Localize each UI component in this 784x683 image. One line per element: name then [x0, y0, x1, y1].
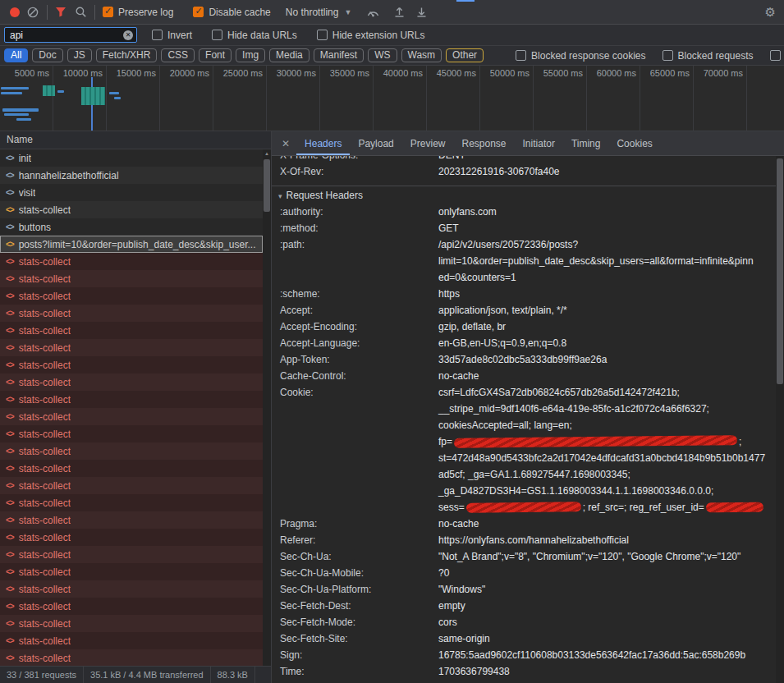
filter-chip-js[interactable]: JS	[67, 48, 92, 62]
request-row[interactable]: <>stats-collect	[0, 305, 263, 322]
tab-payload[interactable]: Payload	[350, 131, 401, 155]
request-row[interactable]: <>hannahelizabethofficial	[0, 167, 263, 184]
header-value: DENY	[438, 156, 776, 163]
request-row[interactable]: <>stats-collect	[0, 598, 263, 615]
request-row[interactable]: <>stats-collect	[0, 253, 263, 270]
request-row[interactable]: <>posts?limit=10&order=publish_date_desc…	[0, 236, 263, 253]
filter-chip-all[interactable]: All	[4, 48, 28, 62]
filter-checkbox-blocked-requests[interactable]: Blocked requests	[663, 50, 754, 62]
request-row[interactable]: <>stats-collect	[0, 270, 263, 287]
checkbox[interactable]	[663, 50, 673, 61]
preserve-log-toggle[interactable]: Preserve log	[103, 7, 173, 18]
request-row[interactable]: <>buttons	[0, 218, 263, 236]
hide-extension-urls-checkbox[interactable]	[317, 30, 328, 40]
request-name: stats-collect	[19, 566, 71, 578]
redaction-scribble	[706, 502, 763, 513]
disable-cache-toggle[interactable]: Disable cache	[193, 7, 270, 18]
disable-cache-checkbox[interactable]	[193, 7, 204, 17]
request-name: stats-collect	[19, 256, 71, 268]
checkbox[interactable]	[770, 50, 781, 61]
name-column-header[interactable]: Name	[0, 131, 271, 149]
request-row[interactable]: <>stats-collect	[0, 632, 263, 649]
request-row[interactable]: <>stats-collect	[0, 287, 263, 305]
invert-toggle[interactable]: Invert	[152, 30, 192, 41]
filter-checkbox-blocked-response-cookies[interactable]: Blocked response cookies	[516, 50, 645, 62]
tab-preview[interactable]: Preview	[402, 131, 454, 155]
request-headers-section-header[interactable]: ▾Request Headers	[272, 186, 776, 204]
request-row[interactable]: <>stats-collect	[0, 201, 263, 218]
request-row[interactable]: <>stats-collect	[0, 460, 263, 477]
request-row[interactable]: <>stats-collect	[0, 580, 263, 598]
filter-chip-doc[interactable]: Doc	[32, 48, 62, 62]
preserve-log-checkbox[interactable]	[103, 7, 113, 17]
request-row[interactable]: <>stats-collect	[0, 477, 263, 494]
import-har-button[interactable]	[393, 6, 406, 18]
request-name: stats-collect	[19, 411, 71, 423]
checkbox[interactable]	[516, 50, 526, 61]
hide-data-urls-toggle[interactable]: Hide data URLs	[212, 30, 297, 41]
filter-chip-manifest[interactable]: Manifest	[314, 48, 364, 62]
filter-chip-other[interactable]: Other	[446, 48, 484, 62]
close-details-button[interactable]: ✕	[280, 138, 296, 149]
filter-input[interactable]	[10, 30, 123, 41]
filter-chip-css[interactable]: CSS	[161, 48, 195, 62]
timeline-label: 55000 ms	[534, 66, 587, 131]
header-name: Sec-Ch-Ua-Mobile:	[272, 565, 438, 581]
filter-chip-media[interactable]: Media	[269, 48, 309, 62]
request-list-scrollbar[interactable]: ▲	[263, 149, 271, 666]
request-row[interactable]: <>stats-collect	[0, 511, 263, 529]
request-row[interactable]: <>stats-collect	[0, 563, 263, 580]
scroll-up-arrow-icon[interactable]: ▲	[263, 149, 271, 158]
request-row[interactable]: <>stats-collect	[0, 374, 263, 391]
filter-chip-font[interactable]: Font	[199, 48, 232, 62]
record-button[interactable]	[10, 7, 20, 17]
scrollbar-thumb[interactable]	[264, 159, 270, 212]
request-row[interactable]: <>init	[0, 149, 263, 167]
filter-checkbox-3rd-party-requests[interactable]: 3rd-party requests	[770, 50, 784, 62]
request-row[interactable]: <>visit	[0, 184, 263, 201]
checkbox-label: Blocked requests	[678, 50, 754, 62]
header-value-line: no-cache	[438, 516, 776, 532]
filter-chip-img[interactable]: Img	[236, 48, 265, 62]
hide-extension-urls-toggle[interactable]: Hide extension URLs	[317, 30, 425, 41]
search-button[interactable]	[75, 6, 87, 18]
clear-button[interactable]	[26, 6, 39, 19]
filter-chip-fetch-xhr[interactable]: Fetch/XHR	[96, 48, 158, 62]
filter-chip-wasm[interactable]: Wasm	[401, 48, 442, 62]
tab-timing[interactable]: Timing	[563, 131, 609, 155]
filter-input-box[interactable]: ✕	[4, 27, 137, 43]
request-row[interactable]: <>stats-collect	[0, 408, 263, 425]
request-row[interactable]: <>stats-collect	[0, 391, 263, 408]
request-row[interactable]: <>stats-collect	[0, 322, 263, 339]
details-scrollbar[interactable]	[776, 156, 784, 683]
throttling-select[interactable]: No throttling ▼	[286, 7, 352, 18]
header-row: Sec-Fetch-Dest:empty	[272, 598, 776, 614]
tab-headers[interactable]: Headers	[296, 131, 350, 155]
tab-initiator[interactable]: Initiator	[515, 131, 563, 155]
request-row[interactable]: <>stats-collect	[0, 356, 263, 374]
clear-filter-icon[interactable]: ✕	[123, 30, 133, 40]
scrollbar-thumb[interactable]	[777, 158, 783, 384]
waterfall-bar	[114, 97, 121, 99]
request-row[interactable]: <>stats-collect	[0, 546, 263, 563]
tab-response[interactable]: Response	[453, 131, 514, 155]
request-row[interactable]: <>stats-collect	[0, 649, 263, 666]
error-request-icon: <>	[6, 378, 14, 387]
hide-data-urls-checkbox[interactable]	[212, 30, 222, 40]
invert-checkbox[interactable]	[152, 30, 163, 40]
chevron-down-icon: ▼	[344, 8, 351, 16]
network-conditions-button[interactable]	[366, 7, 380, 18]
network-overview-timeline[interactable]: 5000 ms10000 ms15000 ms20000 ms25000 ms3…	[0, 66, 784, 131]
export-har-button[interactable]	[415, 6, 428, 18]
settings-button[interactable]: ⚙	[765, 5, 776, 20]
tab-cookies[interactable]: Cookies	[608, 131, 660, 155]
request-row[interactable]: <>stats-collect	[0, 425, 263, 442]
request-row[interactable]: <>stats-collect	[0, 494, 263, 511]
filter-chip-ws[interactable]: WS	[368, 48, 397, 62]
request-row[interactable]: <>stats-collect	[0, 442, 263, 460]
header-row: Sec-Fetch-Site:same-origin	[272, 630, 776, 647]
request-row[interactable]: <>stats-collect	[0, 615, 263, 632]
request-row[interactable]: <>stats-collect	[0, 529, 263, 546]
request-row[interactable]: <>stats-collect	[0, 339, 263, 356]
filter-toggle-button[interactable]	[55, 7, 66, 17]
